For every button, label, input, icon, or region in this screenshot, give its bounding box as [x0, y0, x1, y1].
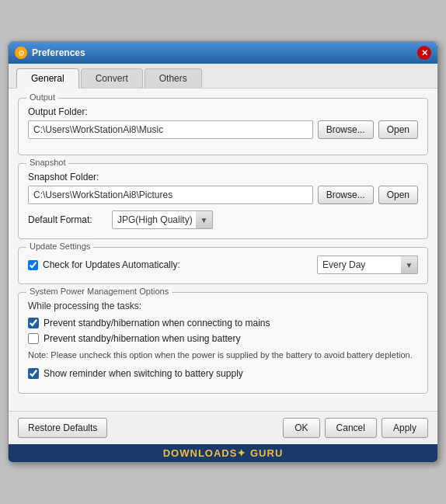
prevent-battery-row: Prevent standby/hibernation when using b… [28, 333, 418, 344]
snapshot-folder-input[interactable] [28, 186, 313, 204]
footer-left: Restore Defaults [18, 418, 107, 438]
footer: Restore Defaults OK Cancel Apply [9, 411, 437, 444]
format-select[interactable]: JPG(High Quality) PNG BMP GIF [112, 210, 213, 229]
format-select-wrapper: JPG(High Quality) PNG BMP GIF ▼ [112, 210, 213, 229]
output-group: Output Output Folder: Browse... Open [18, 98, 428, 155]
tab-general[interactable]: General [16, 68, 79, 89]
watermark: DOWNLOADS✦ GURU [9, 444, 437, 462]
prevent-mains-checkbox[interactable] [28, 318, 39, 328]
ok-button[interactable]: OK [283, 418, 319, 438]
watermark-white: DOWNLOADS [163, 447, 238, 459]
content-area: Output Output Folder: Browse... Open Sna… [9, 89, 437, 411]
format-row: Default Format: JPG(High Quality) PNG BM… [28, 210, 418, 229]
prevent-battery-label: Prevent standby/hibernation when using b… [44, 333, 241, 344]
prevent-mains-label: Prevent standby/hibernation when connect… [44, 318, 270, 328]
snapshot-group-label: Snapshot [26, 158, 68, 167]
tab-others[interactable]: Others [145, 68, 202, 88]
snapshot-folder-row: Browse... Open [28, 186, 418, 204]
snapshot-open-button[interactable]: Open [378, 186, 418, 204]
update-group-label: Update Settings [26, 242, 93, 251]
apply-button[interactable]: Apply [382, 418, 428, 438]
snapshot-browse-button[interactable]: Browse... [318, 186, 374, 204]
restore-defaults-button[interactable]: Restore Defaults [18, 418, 107, 438]
output-folder-row: Browse... Open [28, 120, 418, 139]
prevent-battery-checkbox[interactable] [28, 333, 39, 344]
power-note: Note: Please uncheck this option when th… [28, 349, 418, 362]
output-group-label: Output [26, 92, 58, 102]
power-while-label: While processing the tasks: [28, 301, 418, 311]
auto-update-checkbox[interactable] [28, 260, 38, 270]
reminder-checkbox[interactable] [28, 368, 39, 379]
window-title: Preferences [32, 47, 85, 58]
output-folder-label: Output Folder: [28, 106, 418, 117]
output-browse-button[interactable]: Browse... [318, 120, 374, 139]
title-bar-left: ⚙ Preferences [15, 47, 85, 59]
tab-convert[interactable]: Convert [81, 68, 143, 88]
power-group-label: System Power Management Options [26, 287, 172, 296]
snapshot-folder-label: Snapshot Folder: [28, 172, 418, 182]
update-group: Update Settings Check for Updates Automa… [18, 247, 428, 284]
update-row: Check for Updates Automatically: Every D… [28, 255, 418, 274]
output-open-button[interactable]: Open [378, 120, 418, 139]
preferences-window: ⚙ Preferences ✕ General Convert Others O… [8, 41, 438, 463]
output-folder-input[interactable] [28, 120, 313, 139]
frequency-select[interactable]: Every Day Every Week Every Month Never [317, 255, 418, 274]
title-bar: ⚙ Preferences ✕ [9, 42, 437, 64]
close-button[interactable]: ✕ [417, 46, 431, 60]
footer-right: OK Cancel Apply [283, 418, 428, 438]
snapshot-group: Snapshot Snapshot Folder: Browse... Open… [18, 163, 428, 239]
format-label: Default Format: [28, 214, 106, 225]
prevent-mains-row: Prevent standby/hibernation when connect… [28, 318, 418, 328]
cancel-button[interactable]: Cancel [325, 418, 377, 438]
reminder-label: Show reminder when switching to battery … [44, 368, 243, 379]
app-icon: ⚙ [15, 47, 27, 59]
reminder-row: Show reminder when switching to battery … [28, 368, 418, 379]
tab-bar: General Convert Others [9, 64, 437, 89]
auto-update-label: Check for Updates Automatically: [43, 259, 312, 270]
frequency-select-wrapper: Every Day Every Week Every Month Never ▼ [317, 255, 418, 274]
power-group: System Power Management Options While pr… [18, 292, 428, 394]
watermark-yellow: ✦ GURU [237, 447, 283, 459]
